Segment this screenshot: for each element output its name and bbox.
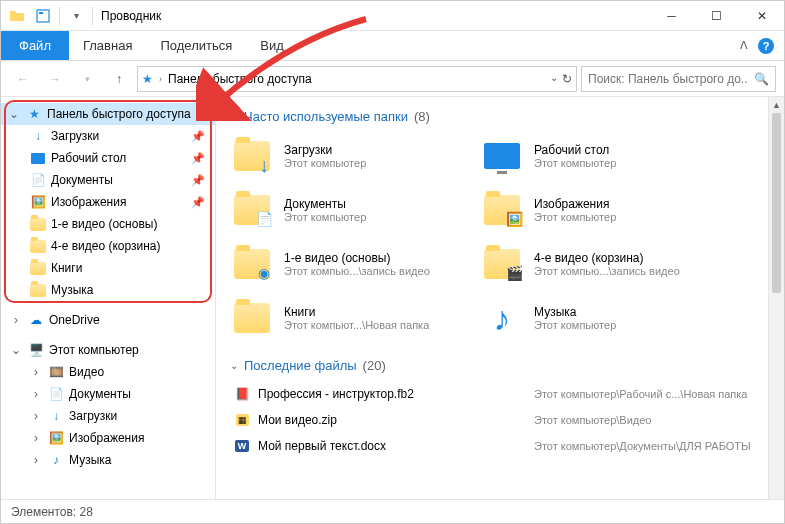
sidebar-item-folder[interactable]: Музыка	[1, 279, 215, 301]
search-box[interactable]: 🔍	[581, 66, 776, 92]
breadcrumb-chevron-icon[interactable]: ›	[159, 74, 162, 84]
forward-button[interactable]: →	[41, 65, 69, 93]
pin-icon: 📌	[191, 196, 205, 209]
close-button[interactable]: ✕	[739, 1, 784, 31]
tile-music[interactable]: ♪ Музыка Этот компьютер	[480, 296, 710, 340]
tile-folder[interactable]: ◉ 1-е видео (основы) Этот компью...\запи…	[230, 242, 460, 286]
sidebar-item-documents[interactable]: 📄 Документы 📌	[1, 169, 215, 191]
folder-icon[interactable]	[7, 6, 27, 26]
group-title: Часто используемые папки	[244, 109, 408, 124]
ribbon-collapse-icon[interactable]: ᐱ	[740, 39, 748, 52]
tile-documents[interactable]: 📄 Документы Этот компьютер	[230, 188, 460, 232]
sidebar-item-label: Рабочий стол	[51, 151, 126, 165]
tile-subtitle: Этот компьютер	[534, 211, 616, 223]
documents-folder-icon: 📄	[230, 188, 274, 232]
chevron-right-icon[interactable]: ›	[29, 409, 43, 423]
pictures-icon: 🖼️	[29, 193, 47, 211]
quick-access-star-icon: ★	[142, 72, 153, 86]
tab-home[interactable]: Главная	[69, 31, 146, 60]
status-text: Элементов: 28	[11, 505, 93, 519]
maximize-button[interactable]: ☐	[694, 1, 739, 31]
address-dropdown-icon[interactable]: ⌄	[550, 72, 558, 86]
svg-rect-1	[39, 12, 43, 14]
status-bar: Элементов: 28	[1, 499, 784, 523]
sidebar-item-label: Загрузки	[69, 409, 117, 423]
group-recent-files[interactable]: ⌄ Последние файлы (20)	[230, 358, 774, 373]
search-input[interactable]	[588, 72, 748, 86]
sidebar-onedrive[interactable]: › ☁ OneDrive	[1, 309, 215, 331]
sidebar-item-folder[interactable]: Книги	[1, 257, 215, 279]
tile-folder[interactable]: Книги Этот компьют...\Новая папка	[230, 296, 460, 340]
minimize-button[interactable]: ─	[649, 1, 694, 31]
sidebar-pc-documents[interactable]: › 📄 Документы	[1, 383, 215, 405]
sidebar-pc-downloads[interactable]: › ↓ Загрузки	[1, 405, 215, 427]
tile-subtitle: Этот компьютер	[534, 319, 616, 331]
tile-desktop[interactable]: Рабочий стол Этот компьютер	[480, 134, 710, 178]
folder-icon: ◉	[230, 242, 274, 286]
zip-icon: ▦	[230, 414, 254, 426]
sidebar-item-label: Музыка	[51, 283, 93, 297]
sidebar-item-folder[interactable]: 1-е видео (основы)	[1, 213, 215, 235]
chevron-down-icon[interactable]: ⌄	[230, 111, 238, 122]
tile-downloads[interactable]: ↓ Загрузки Этот компьютер	[230, 134, 460, 178]
chevron-right-icon[interactable]: ›	[9, 313, 23, 327]
sidebar-pc-pictures[interactable]: › 🖼️ Изображения	[1, 427, 215, 449]
scrollbar[interactable]: ▲	[768, 97, 784, 499]
tab-share[interactable]: Поделиться	[146, 31, 246, 60]
tile-subtitle: Этот компью...\запись видео	[534, 265, 680, 277]
sidebar-quick-access[interactable]: ⌄ ★ Панель быстрого доступа	[1, 103, 215, 125]
content-pane[interactable]: ⌄ Часто используемые папки (8) ↓ Загрузк…	[216, 97, 784, 499]
properties-icon[interactable]	[33, 6, 53, 26]
sidebar-item-pictures[interactable]: 🖼️ Изображения 📌	[1, 191, 215, 213]
group-frequent-folders[interactable]: ⌄ Часто используемые папки (8)	[230, 109, 774, 124]
refresh-icon[interactable]: ↻	[562, 72, 572, 86]
address-bar[interactable]: ★ › Панель быстрого доступа ⌄ ↻	[137, 66, 577, 92]
downloads-folder-icon: ↓	[230, 134, 274, 178]
file-row[interactable]: 📕 Профессия - инструктор.fb2 Этот компью…	[230, 383, 774, 405]
tab-view[interactable]: Вид	[246, 31, 298, 60]
folder-icon: 🎬	[480, 242, 524, 286]
tile-name: Документы	[284, 197, 366, 211]
tile-pictures[interactable]: 🖼️ Изображения Этот компьютер	[480, 188, 710, 232]
tile-folder[interactable]: 🎬 4-е видео (корзина) Этот компью...\зап…	[480, 242, 710, 286]
file-path: Этот компьютер\Рабочий с...\Новая папка	[534, 388, 774, 400]
recent-chevron-icon[interactable]: ▾	[73, 65, 101, 93]
chevron-down-icon[interactable]: ⌄	[230, 360, 238, 371]
chevron-right-icon[interactable]: ›	[29, 453, 43, 467]
sidebar-item-label: Этот компьютер	[49, 343, 139, 357]
sidebar-item-label: Документы	[69, 387, 131, 401]
chevron-right-icon[interactable]: ›	[29, 431, 43, 445]
back-button[interactable]: ←	[9, 65, 37, 93]
sidebar-this-pc[interactable]: ⌄ 🖥️ Этот компьютер	[1, 339, 215, 361]
scroll-up-icon[interactable]: ▲	[769, 97, 784, 113]
sidebar-item-folder[interactable]: 4-е видео (корзина)	[1, 235, 215, 257]
file-row[interactable]: ▦ Мои видео.zip Этот компьютер\Видео	[230, 409, 774, 431]
tile-subtitle: Этот компью...\запись видео	[284, 265, 430, 277]
chevron-right-icon[interactable]: ›	[29, 387, 43, 401]
onedrive-icon: ☁	[27, 311, 45, 329]
sidebar-pc-videos[interactable]: › 🎞️ Видео	[1, 361, 215, 383]
address-text[interactable]: Панель быстрого доступа	[168, 72, 544, 86]
chevron-down-icon[interactable]: ⌄	[9, 343, 23, 357]
tile-subtitle: Этот компьютер	[284, 211, 366, 223]
chevron-right-icon[interactable]: ›	[29, 365, 43, 379]
search-icon[interactable]: 🔍	[754, 72, 769, 86]
scrollbar-thumb[interactable]	[772, 113, 781, 293]
tile-subtitle: Этот компьют...\Новая папка	[284, 319, 429, 331]
docx-icon: W	[230, 440, 254, 452]
sidebar-item-desktop[interactable]: Рабочий стол 📌	[1, 147, 215, 169]
help-icon[interactable]: ?	[758, 38, 774, 54]
navigation-pane[interactable]: ⌄ ★ Панель быстрого доступа ↓ Загрузки 📌…	[1, 97, 216, 499]
sidebar-pc-music[interactable]: › ♪ Музыка	[1, 449, 215, 471]
qat-chevron-icon[interactable]: ▾	[66, 6, 86, 26]
up-button[interactable]: ↑	[105, 65, 133, 93]
sidebar-item-downloads[interactable]: ↓ Загрузки 📌	[1, 125, 215, 147]
music-icon: ♪	[47, 451, 65, 469]
chevron-down-icon[interactable]: ⌄	[7, 107, 21, 121]
tile-name: 4-е видео (корзина)	[534, 251, 680, 265]
this-pc-icon: 🖥️	[27, 341, 45, 359]
pin-icon: 📌	[191, 174, 205, 187]
file-row[interactable]: W Мой первый текст.docx Этот компьютер\Д…	[230, 435, 774, 457]
group-title: Последние файлы	[244, 358, 357, 373]
tab-file[interactable]: Файл	[1, 31, 69, 60]
